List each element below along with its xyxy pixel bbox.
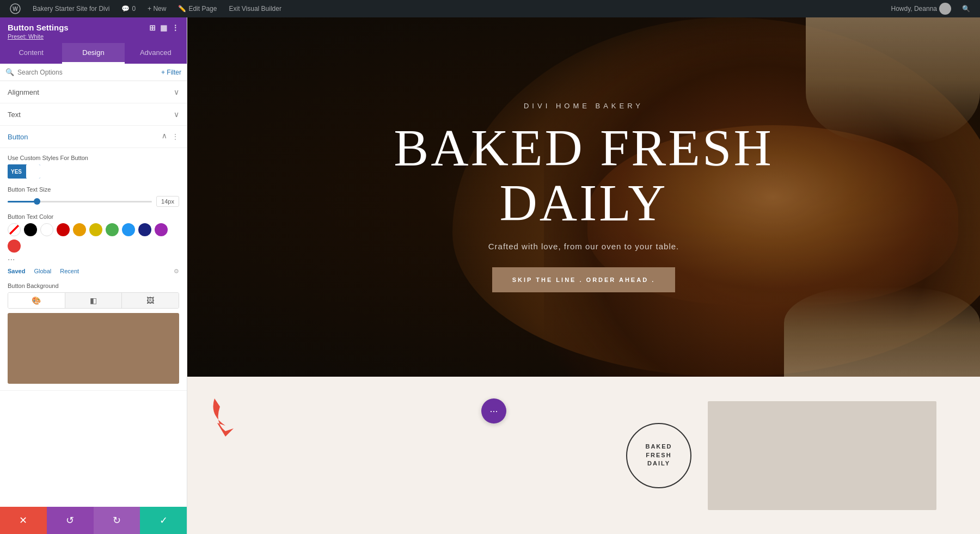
panel-title-icons: ⊞ ▦ ⋮ xyxy=(149,23,179,32)
edit-page-item[interactable]: ✏️ Edit Page xyxy=(174,0,221,17)
image-placeholder xyxy=(708,401,936,510)
new-label: + New xyxy=(148,5,166,13)
custom-styles-toggle[interactable]: YES xyxy=(8,164,40,179)
color-swatch-red[interactable] xyxy=(57,223,70,236)
button-section-header[interactable]: Button ∨ ⋮ xyxy=(0,126,187,148)
recent-colors-tab[interactable]: Recent xyxy=(60,268,79,275)
text-section-header[interactable]: Text ∨ xyxy=(0,103,187,126)
text-size-track[interactable] xyxy=(8,201,152,202)
search-icon: 🔍 xyxy=(5,68,14,76)
color-swatch-transparent[interactable] xyxy=(8,223,21,236)
custom-styles-label: Use Custom Styles For Button xyxy=(8,155,179,161)
saved-colors-tab[interactable]: Saved xyxy=(8,268,25,275)
tab-advanced[interactable]: Advanced xyxy=(125,43,187,64)
red-arrow-icon xyxy=(204,393,247,447)
text-size-slider-row: 14px xyxy=(8,196,179,207)
color-palette xyxy=(8,223,179,253)
gradient-icon: ◧ xyxy=(90,296,97,305)
filter-label: + Filter xyxy=(161,69,181,76)
left-panel: Button Settings ⊞ ▦ ⋮ Preset: White Cont… xyxy=(0,17,187,534)
bottom-toolbar: ✕ ↺ ↻ ✓ xyxy=(0,507,187,534)
button-section-more[interactable]: ⋮ xyxy=(171,132,179,141)
bg-tab-image[interactable]: 🖼 xyxy=(122,293,179,308)
button-section-actions: ∨ ⋮ xyxy=(162,132,179,141)
alignment-chevron: ∨ xyxy=(174,88,179,96)
toggle-handle xyxy=(26,164,40,179)
text-size-value[interactable]: 14px xyxy=(156,196,179,207)
color-swatch-dark-blue[interactable] xyxy=(138,223,151,236)
site-name-item[interactable]: Bakery Starter Site for Divi xyxy=(28,0,114,17)
main-layout: Button Settings ⊞ ▦ ⋮ Preset: White Cont… xyxy=(0,0,980,534)
color-swatch-orange[interactable] xyxy=(73,223,86,236)
svg-text:W: W xyxy=(13,6,18,12)
global-colors-tab[interactable]: Global xyxy=(34,268,51,275)
color-swatch-blue[interactable] xyxy=(122,223,135,236)
admin-bar-right: Howdy, Deanna 🔍 xyxy=(887,0,975,17)
comments-item[interactable]: 💬 0 xyxy=(117,0,140,17)
alignment-label: Alignment xyxy=(8,88,39,96)
alignment-section-header[interactable]: Alignment ∨ xyxy=(0,81,187,103)
slider-thumb[interactable] xyxy=(34,198,40,205)
bg-color-preview[interactable] xyxy=(8,313,179,384)
color-settings-icon[interactable]: ⚙ xyxy=(174,268,179,275)
save-button[interactable]: ✓ xyxy=(140,507,187,534)
wp-logo-icon: W xyxy=(10,3,21,14)
purple-dots-button[interactable]: ··· xyxy=(481,398,506,423)
hero-brand: DIVI HOME BAKERY xyxy=(394,102,773,110)
tab-design[interactable]: Design xyxy=(62,43,124,64)
exit-builder-label: Exit Visual Builder xyxy=(229,5,281,13)
more-icon[interactable]: ⋮ xyxy=(171,23,179,32)
preview-bottom-bar xyxy=(187,507,980,534)
bubble-icon: 💬 xyxy=(121,5,130,13)
hero-title-line2: DAILY xyxy=(394,176,773,231)
user-greeting-item[interactable]: Howdy, Deanna xyxy=(887,0,956,17)
panel-sections: Alignment ∨ Text ∨ Button ∨ ⋮ Use Custom… xyxy=(0,81,187,534)
undo-button[interactable]: ↺ xyxy=(47,507,94,534)
responsive-icon[interactable]: ⊞ xyxy=(149,23,156,32)
slider-fill xyxy=(8,201,36,202)
admin-bar: W Bakery Starter Site for Divi 💬 0 + New… xyxy=(0,0,980,17)
color-swatch-green[interactable] xyxy=(106,223,119,236)
hero-content: DIVI HOME BAKERY BAKED FRESH DAILY Craft… xyxy=(394,102,773,292)
pencil-icon: ✏️ xyxy=(178,5,186,13)
site-name: Bakery Starter Site for Divi xyxy=(33,5,109,13)
search-admin-item[interactable]: 🔍 xyxy=(958,0,975,17)
exit-builder-item[interactable]: Exit Visual Builder xyxy=(224,0,286,17)
bg-tabs: 🎨 ◧ 🖼 xyxy=(8,292,179,309)
edit-page-label: Edit Page xyxy=(188,5,217,13)
text-size-label: Button Text Size xyxy=(8,186,179,193)
columns-icon[interactable]: ▦ xyxy=(160,23,167,32)
save-icon: ✓ xyxy=(160,514,168,526)
user-greeting: Howdy, Deanna xyxy=(891,5,938,13)
color-swatch-yellow[interactable] xyxy=(89,223,102,236)
button-label: Button xyxy=(8,133,28,141)
search-admin-icon: 🔍 xyxy=(962,5,970,13)
filter-button[interactable]: + Filter xyxy=(161,69,181,76)
text-color-label: Button Text Color xyxy=(8,213,179,220)
hero-cta-button[interactable]: SKIP THE LINE . ORDER AHEAD . xyxy=(492,267,675,292)
search-options-input[interactable] xyxy=(17,69,158,76)
color-swatch-white[interactable] xyxy=(40,223,53,236)
circle-badge: BAKED FRESH DAILY xyxy=(626,423,691,488)
text-label: Text xyxy=(8,111,21,119)
more-colors-dots[interactable]: ··· xyxy=(8,255,179,265)
tab-content[interactable]: Content xyxy=(0,43,62,64)
preset-label[interactable]: Preset: White xyxy=(8,33,44,40)
new-item[interactable]: + New xyxy=(143,0,170,17)
color-swatch-pink-red[interactable] xyxy=(8,240,21,253)
panel-search: 🔍 + Filter xyxy=(0,64,187,81)
redo-button[interactable]: ↻ xyxy=(94,507,140,534)
dots-icon: ··· xyxy=(489,406,498,417)
text-chevron: ∨ xyxy=(174,110,179,119)
panel-preset: Preset: White xyxy=(8,33,179,40)
image-icon: 🖼 xyxy=(146,296,154,305)
wp-logo-item[interactable]: W xyxy=(5,0,25,17)
panel-title-row: Button Settings ⊞ ▦ ⋮ xyxy=(8,23,179,32)
color-swatch-purple[interactable] xyxy=(155,223,168,236)
bg-tab-gradient[interactable]: ◧ xyxy=(65,293,122,308)
bg-tab-solid[interactable]: 🎨 xyxy=(8,293,65,308)
button-chevron: ∨ xyxy=(162,132,167,141)
color-swatch-black[interactable] xyxy=(24,223,37,236)
cancel-button[interactable]: ✕ xyxy=(0,507,47,534)
cancel-icon: ✕ xyxy=(19,514,27,526)
